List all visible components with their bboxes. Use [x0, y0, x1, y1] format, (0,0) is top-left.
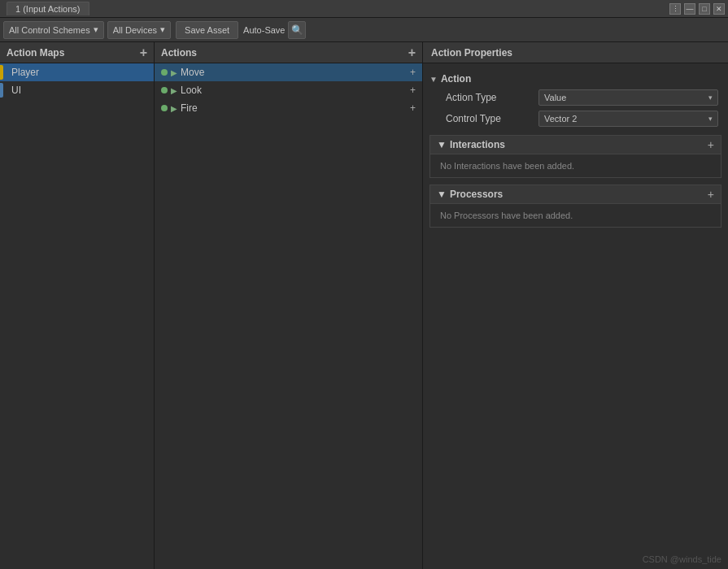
interactions-empty-message: No Interactions have been added. — [440, 161, 574, 171]
action-look-left: ▶ Look — [161, 85, 202, 96]
more-icon[interactable]: ⋮ — [669, 3, 681, 15]
actions-list: ▶ Move + ▶ Look + — [155, 63, 422, 569]
control-type-dropdown[interactable]: Vector 2 ▾ — [538, 111, 718, 127]
action-map-player-label: Player — [7, 67, 39, 78]
move-arrow-icon: ▶ — [171, 68, 177, 77]
actions-panel: Actions + ▶ Move + ▶ Look — [155, 42, 423, 569]
list-item[interactable]: ▶ Look + — [155, 81, 422, 99]
move-add-icon[interactable]: + — [410, 67, 416, 78]
action-type-dropdown[interactable]: Value ▾ — [538, 89, 718, 106]
minimize-icon[interactable]: — — [684, 3, 695, 15]
action-maps-add-button[interactable]: + — [140, 46, 147, 59]
action-map-ui-label: UI — [7, 85, 21, 96]
action-type-chevron: ▾ — [708, 93, 713, 102]
all-control-schemes-dropdown[interactable]: All Control Schemes ▾ — [3, 21, 104, 39]
fire-action-controls: + — [410, 102, 416, 114]
action-fire-label: Fire — [181, 102, 198, 114]
list-item[interactable]: UI — [0, 81, 154, 99]
watermark-text: CSDN @winds_tide — [643, 554, 721, 564]
search-icon: 🔍 — [291, 24, 303, 36]
action-section-triangle: ▼ — [429, 75, 438, 84]
interactions-section: ▼ Interactions + No Interactions have be… — [429, 135, 721, 178]
interactions-header[interactable]: ▼ Interactions + — [429, 135, 721, 154]
list-item[interactable]: ▶ Move + — [155, 63, 422, 81]
action-maps-title: Action Maps — [7, 47, 64, 59]
processors-body: No Processors have been added. — [429, 204, 721, 228]
title-tab-label: 1 (Input Actions) — [15, 4, 81, 14]
actions-add-button[interactable]: + — [408, 46, 416, 59]
processors-triangle: ▼ — [437, 189, 447, 200]
control-type-value: Vector 2 — [544, 114, 577, 124]
action-type-value: Value — [544, 93, 566, 102]
player-indicator — [0, 65, 3, 80]
title-bar: 1 (Input Actions) ⋮ — □ ✕ — [0, 0, 728, 18]
properties-panel: Action Properties ▼ Action Action Type V… — [423, 42, 728, 569]
fire-indicator — [161, 105, 168, 111]
processors-add-button[interactable]: + — [708, 188, 714, 201]
list-item[interactable]: ▶ Fire + — [155, 99, 422, 117]
properties-title: Action Properties — [431, 47, 512, 59]
list-item[interactable]: Player — [0, 63, 154, 81]
interactions-add-button[interactable]: + — [708, 138, 714, 151]
title-tab[interactable]: 1 (Input Actions) — [7, 2, 89, 15]
save-asset-label: Save Asset — [185, 25, 229, 35]
save-asset-button[interactable]: Save Asset — [176, 21, 238, 39]
properties-content: ▼ Action Action Type Value ▾ Control Typ… — [423, 63, 728, 569]
all-devices-dropdown[interactable]: All Devices ▾ — [107, 21, 171, 39]
action-type-label: Action Type — [433, 92, 538, 103]
fire-add-icon[interactable]: + — [410, 102, 416, 114]
actions-header: Actions + — [155, 42, 422, 63]
control-type-label: Control Type — [433, 113, 538, 124]
processors-empty-message: No Processors have been added. — [440, 211, 573, 220]
processors-header-left: ▼ Processors — [437, 189, 503, 200]
action-maps-header: Action Maps + — [0, 42, 154, 63]
look-action-controls: + — [410, 85, 416, 96]
toolbar: All Control Schemes ▾ All Devices ▾ Save… — [0, 18, 728, 42]
action-type-row: Action Type Value ▾ — [429, 88, 721, 107]
auto-save-label: Auto-Save — [243, 25, 285, 35]
action-fire-left: ▶ Fire — [161, 102, 198, 114]
control-type-row: Control Type Vector 2 ▾ — [429, 109, 721, 128]
action-maps-panel: Action Maps + Player UI — [0, 42, 155, 569]
properties-header: Action Properties — [423, 42, 728, 63]
control-type-chevron: ▾ — [708, 115, 713, 123]
auto-save-area: Auto-Save 🔍 — [243, 21, 306, 39]
interactions-header-left: ▼ Interactions — [437, 139, 505, 150]
processors-section: ▼ Processors + No Processors have been a… — [429, 185, 721, 228]
interactions-triangle: ▼ — [437, 139, 447, 150]
ui-indicator — [0, 83, 3, 98]
move-action-controls: + — [410, 67, 416, 78]
action-look-label: Look — [181, 85, 202, 96]
look-add-icon[interactable]: + — [410, 85, 416, 96]
main-content: Action Maps + Player UI Actions + ▶ — [0, 42, 728, 569]
look-arrow-icon: ▶ — [171, 86, 177, 95]
all-control-schemes-label: All Control Schemes — [9, 25, 90, 35]
look-indicator — [161, 87, 168, 93]
action-move-label: Move — [181, 67, 204, 78]
maximize-icon[interactable]: □ — [699, 3, 710, 15]
action-section-header[interactable]: ▼ Action — [429, 70, 721, 88]
processors-label: Processors — [450, 189, 503, 200]
interactions-body: No Interactions have been added. — [429, 154, 721, 178]
actions-title: Actions — [161, 47, 197, 59]
action-maps-list: Player UI — [0, 63, 154, 569]
fire-arrow-icon: ▶ — [171, 104, 177, 113]
search-button[interactable]: 🔍 — [288, 21, 306, 39]
all-control-schemes-chevron: ▾ — [94, 24, 98, 35]
action-move-left: ▶ Move — [161, 67, 204, 78]
action-section-label: Action — [441, 73, 471, 85]
all-devices-chevron: ▾ — [160, 24, 165, 35]
title-bar-controls: ⋮ — □ ✕ — [669, 3, 725, 15]
watermark: CSDN @winds_tide — [643, 554, 721, 564]
close-icon[interactable]: ✕ — [713, 3, 725, 15]
move-indicator — [161, 69, 168, 76]
interactions-label: Interactions — [450, 139, 505, 150]
all-devices-label: All Devices — [113, 25, 157, 35]
processors-header[interactable]: ▼ Processors + — [429, 185, 721, 204]
